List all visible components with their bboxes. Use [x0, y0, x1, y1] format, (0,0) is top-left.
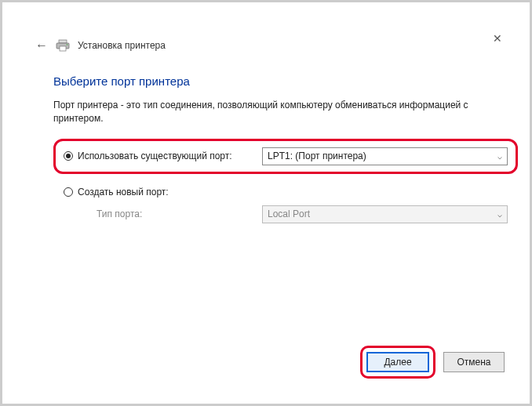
radio-label-use-existing: Использовать существующий порт: — [78, 150, 232, 161]
back-arrow-icon[interactable]: ← — [35, 38, 48, 53]
wizard-header: ← Установка принтера — [35, 38, 514, 53]
chevron-down-icon: ⌵ — [497, 152, 502, 161]
option-use-existing-port: Использовать существующий порт: LPT1: (П… — [53, 139, 518, 174]
port-type-label: Тип порта: — [97, 208, 248, 219]
radio-icon — [64, 151, 73, 161]
radio-create-new[interactable]: Создать новый порт: — [64, 187, 248, 198]
radio-label-create-new: Создать новый порт: — [78, 187, 169, 198]
existing-port-value: LPT1: (Порт принтера) — [268, 150, 366, 161]
option-create-new-port: Создать новый порт: — [53, 182, 518, 202]
cancel-button[interactable]: Отмена — [443, 352, 505, 372]
highlight-next: Далее — [360, 346, 435, 379]
radio-icon — [64, 187, 73, 197]
wizard-title: Установка принтера — [78, 40, 166, 51]
chevron-down-icon: ⌵ — [497, 210, 502, 219]
wizard-content: Выберите порт принтера Порт принтера - э… — [53, 74, 514, 227]
port-type-select: Local Port ⌵ — [262, 205, 508, 223]
page-heading: Выберите порт принтера — [53, 74, 514, 88]
port-type-value: Local Port — [268, 208, 310, 219]
radio-use-existing[interactable]: Использовать существующий порт: — [64, 150, 248, 161]
svg-point-3 — [67, 44, 68, 45]
close-icon[interactable]: ✕ — [493, 32, 502, 45]
page-description: Порт принтера - это тип соединения, позв… — [53, 99, 493, 126]
printer-icon — [56, 39, 70, 52]
wizard-footer: Далее Отмена — [360, 346, 505, 379]
svg-rect-2 — [60, 46, 66, 51]
next-button[interactable]: Далее — [366, 352, 429, 372]
existing-port-select[interactable]: LPT1: (Порт принтера) ⌵ — [262, 147, 508, 165]
port-type-row: Тип порта: Local Port ⌵ — [53, 202, 518, 227]
wizard-window: ✕ ← Установка принтера Выберите порт при… — [0, 0, 532, 406]
svg-rect-0 — [59, 40, 67, 43]
